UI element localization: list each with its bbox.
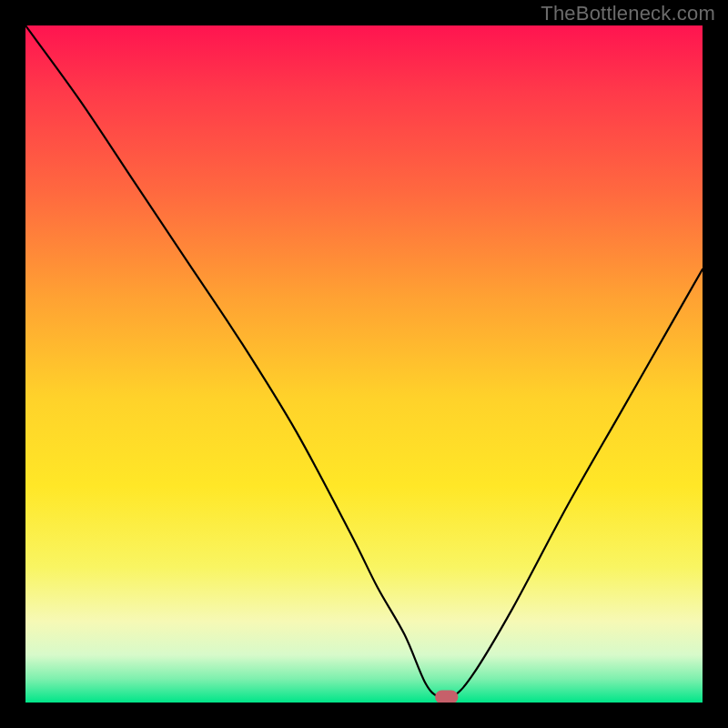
watermark-text: TheBottleneck.com [541,2,715,25]
chart-svg [25,25,703,703]
optimal-point-marker [435,691,458,703]
plot-area [25,25,703,703]
chart-frame: TheBottleneck.com [0,0,728,728]
gradient-background [25,25,703,703]
